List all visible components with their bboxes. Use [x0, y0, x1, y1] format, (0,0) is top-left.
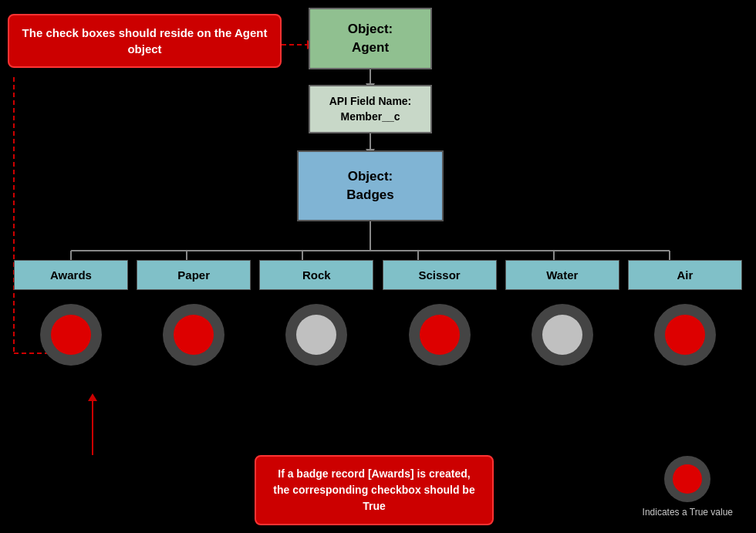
badge-label-paper: Paper [137, 260, 251, 290]
badge-item-scissor: Scissor [383, 260, 497, 366]
agent-box: Object:Agent [309, 8, 432, 69]
badge-item-water: Water [505, 260, 619, 366]
api-field-box: API Field Name:Member__c [309, 85, 432, 133]
badge-label-rock: Rock [259, 260, 373, 290]
badges-box: Object:Badges [297, 150, 444, 221]
checkbox-value-awards [51, 315, 91, 355]
annotation-bottom: If a badge record [Awards] is created, t… [255, 455, 494, 525]
svg-marker-18 [88, 393, 97, 401]
badge-item-awards: Awards [14, 260, 128, 366]
checkbox-paper [163, 304, 224, 366]
checkbox-scissor [409, 304, 471, 366]
checkbox-water [532, 304, 593, 366]
checkbox-value-air [665, 315, 705, 355]
badge-label-awards: Awards [14, 260, 128, 290]
checkbox-value-scissor [420, 315, 460, 355]
badges-label: Object:Badges [346, 169, 393, 202]
checkbox-air [654, 304, 716, 366]
diagram: The check boxes should reside on the Age… [0, 0, 756, 533]
badge-label-water: Water [505, 260, 619, 290]
legend-circle [664, 456, 710, 502]
checkbox-rock [285, 304, 347, 366]
checkbox-value-paper [174, 315, 214, 355]
checkbox-value-water [542, 315, 582, 355]
legend: Indicates a True value [643, 456, 733, 518]
checkbox-awards [40, 304, 102, 366]
agent-label: Object:Agent [348, 22, 393, 55]
badge-label-air: Air [628, 260, 742, 290]
annotation-top: The check boxes should reside on the Age… [8, 14, 282, 68]
badge-items-row: Awards Paper Rock Scissor [14, 260, 742, 366]
badge-label-scissor: Scissor [383, 260, 497, 290]
checkbox-value-rock [296, 315, 336, 355]
badge-item-rock: Rock [259, 260, 373, 366]
legend-label: Indicates a True value [643, 507, 733, 518]
badge-item-air: Air [628, 260, 742, 366]
badge-item-paper: Paper [137, 260, 251, 366]
legend-inner-circle [673, 464, 702, 494]
api-field-label: API Field Name:Member__c [329, 95, 412, 123]
